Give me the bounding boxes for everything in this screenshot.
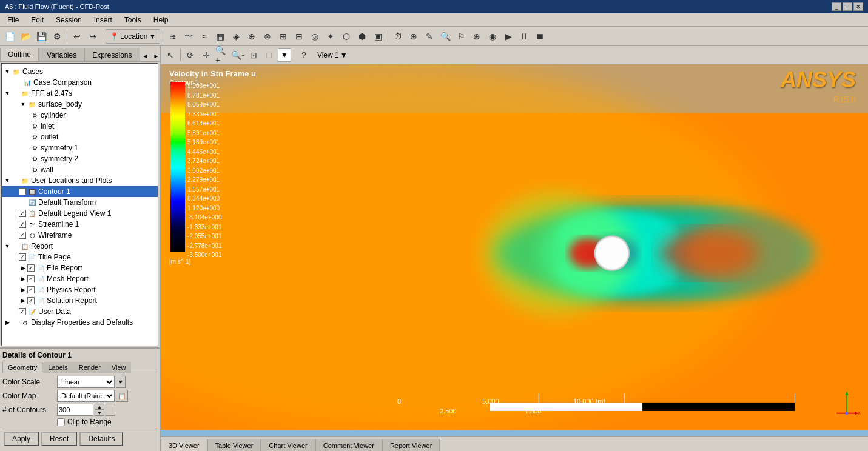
view-select-btn[interactable]: ↖ [163, 48, 178, 62]
details-tab-labels[interactable]: Labels [42, 362, 73, 373]
expand-physics-report[interactable]: ▶ [19, 286, 27, 294]
solution-report-checkbox[interactable]: ✓ [27, 297, 35, 304]
close-btn[interactable]: ✕ [853, 2, 863, 11]
tree-node-file-report[interactable]: ▶ ✓ 📄 File Report [2, 262, 158, 273]
num-contours-input[interactable]: 300 [57, 404, 93, 416]
expand-file-report[interactable]: ▶ [19, 264, 27, 272]
title-page-checkbox[interactable]: ✓ [19, 253, 26, 261]
streamline-checkbox[interactable]: ✓ [19, 221, 26, 228]
user-data-checkbox[interactable]: ✓ [19, 308, 26, 315]
viewer-tab-report[interactable]: Report Viewer [382, 439, 440, 451]
tree-view[interactable]: ▼ 📁 Cases 📊 Case Comparison ▼ 📁 FFF at 2… [1, 63, 158, 346]
tree-node-cylinder[interactable]: ⚙ cylinder [2, 110, 158, 121]
tree-node-wireframe[interactable]: ✓ ⬡ Wireframe [2, 230, 158, 241]
menu-insert[interactable]: Insert [89, 15, 117, 25]
expand-mesh-report[interactable]: ▶ [19, 275, 27, 283]
view1-label[interactable]: View 1 ▼ [315, 50, 350, 61]
tb16[interactable]: ⊕ [406, 29, 421, 44]
tree-node-symmetry2[interactable]: ⚙ symmetry 2 [2, 153, 158, 164]
apply-button[interactable]: Apply [4, 432, 39, 446]
tb14[interactable]: ▣ [371, 29, 385, 44]
tree-node-user-locations[interactable]: ▼ 📁 User Locations and Plots [2, 175, 158, 186]
tb6[interactable]: ⊕ [244, 29, 259, 44]
tab-variables[interactable]: Variables [39, 48, 84, 61]
tree-node-user-data[interactable]: ✓ 📝 User Data [2, 306, 158, 317]
expand-report[interactable]: ▼ [3, 242, 12, 250]
mesh-report-checkbox[interactable]: ✓ [27, 275, 35, 282]
tree-node-display-props[interactable]: ▶ ⚙ Display Properties and Defaults [2, 317, 158, 328]
expand-cases[interactable]: ▼ [3, 67, 12, 76]
tree-node-streamline[interactable]: ✓ 〜 Streamline 1 [2, 219, 158, 230]
view-box-btn[interactable]: □ [262, 48, 277, 62]
expand-surface-body[interactable]: ▼ [19, 100, 27, 109]
tb2[interactable]: 〜 [181, 29, 196, 44]
view-pan-btn[interactable]: ✛ [199, 48, 214, 62]
tb18[interactable]: 🔍 [438, 29, 453, 44]
wireframe-checkbox[interactable]: ✓ [19, 232, 26, 239]
color-scale-scrollbar[interactable]: ▼ [116, 376, 126, 388]
reset-button[interactable]: Reset [41, 432, 77, 446]
tab-arrow-left[interactable]: ◄ [140, 51, 151, 61]
tb21[interactable]: ◉ [485, 29, 500, 44]
details-tab-view[interactable]: View [106, 362, 132, 373]
maximize-btn[interactable]: □ [843, 2, 852, 11]
viewer-3d[interactable]: Velocity in Stn Frame u Contour 1 9.508e… [161, 64, 868, 436]
tab-expressions[interactable]: Expressions [84, 48, 140, 61]
tb19[interactable]: ⚐ [454, 29, 468, 44]
undo-btn[interactable]: ↩ [70, 29, 84, 44]
tree-node-symmetry1[interactable]: ⚙ symmetry 1 [2, 142, 158, 153]
tb1[interactable]: ≋ [166, 29, 180, 44]
viewer-tab-3d[interactable]: 3D Viewer [161, 439, 207, 451]
tb13[interactable]: ⬢ [355, 29, 369, 44]
tb17[interactable]: ✎ [422, 29, 437, 44]
legend-checkbox[interactable]: ✓ [19, 210, 26, 217]
save-btn[interactable]: 💾 [34, 29, 49, 44]
defaults-button[interactable]: Defaults [79, 432, 123, 446]
tree-node-surface-body[interactable]: ▼ 📁 surface_body [2, 99, 158, 110]
color-map-select[interactable]: Default (Rainbow) [57, 390, 115, 402]
menu-tools[interactable]: Tools [119, 15, 146, 25]
tb5[interactable]: ◈ [229, 29, 243, 44]
tb8[interactable]: ⊞ [276, 29, 291, 44]
tree-node-title-page[interactable]: ✓ 📄 Title Page [2, 252, 158, 262]
spinner-up[interactable]: ▲ [95, 404, 104, 410]
contour1-checkbox[interactable]: ✓ [19, 188, 26, 195]
tb24[interactable]: ⏹ [533, 29, 547, 44]
tb9[interactable]: ⊟ [292, 29, 306, 44]
copy-btn[interactable]: 📋 [116, 390, 128, 402]
view-info-btn[interactable]: ? [297, 48, 311, 62]
tb15[interactable]: ⏱ [391, 29, 405, 44]
tb4[interactable]: ▦ [213, 29, 227, 44]
tree-node-inlet[interactable]: ⚙ inlet [2, 121, 158, 132]
tree-node-wall[interactable]: ⚙ wall [2, 164, 158, 175]
location-dropdown[interactable]: 📍 Location ▼ [106, 29, 160, 44]
menu-help[interactable]: Help [149, 15, 173, 25]
tree-node-fff[interactable]: ▼ 📁 FFF at 2.47s [2, 88, 158, 99]
color-scale-select[interactable]: Linear Logarithmic [57, 376, 115, 388]
menu-edit[interactable]: Edit [26, 15, 49, 25]
view-zoom-out-btn[interactable]: 🔍- [230, 48, 245, 62]
tab-outline[interactable]: Outline [0, 48, 39, 61]
minimize-btn[interactable]: _ [832, 2, 841, 11]
tree-node-report[interactable]: ▼ 📋 Report [2, 241, 158, 252]
viewer-tab-table[interactable]: Table Viewer [207, 439, 261, 451]
view-rotate-btn[interactable]: ⟳ [183, 48, 198, 62]
view-zoom-in-btn[interactable]: 🔍+ [215, 48, 229, 62]
contours-scrollbar[interactable] [106, 404, 115, 416]
file-report-checkbox[interactable]: ✓ [27, 264, 35, 272]
tb11[interactable]: ✦ [323, 29, 338, 44]
tb20[interactable]: ⊕ [469, 29, 484, 44]
view-box-dropdown[interactable]: ▼ [278, 48, 291, 62]
tree-node-mesh-report[interactable]: ▶ ✓ 📄 Mesh Report [2, 273, 158, 284]
tree-node-outlet[interactable]: ⚙ outlet [2, 132, 158, 142]
tab-arrow-right[interactable]: ► [150, 51, 161, 61]
tree-node-contour1[interactable]: ✓ 🔲 Contour 1 [2, 186, 158, 197]
tree-node-case-comparison[interactable]: 📊 Case Comparison [2, 77, 158, 88]
tree-node-cases[interactable]: ▼ 📁 Cases [2, 66, 158, 77]
tb23[interactable]: ⏸ [517, 29, 531, 44]
expand-solution-report[interactable]: ▶ [19, 296, 27, 305]
clip-to-range-checkbox[interactable] [57, 418, 65, 426]
tree-node-solution-report[interactable]: ▶ ✓ 📄 Solution Report [2, 295, 158, 306]
tree-node-default-transform[interactable]: 🔄 Default Transform [2, 197, 158, 208]
expand-fff[interactable]: ▼ [3, 89, 12, 98]
